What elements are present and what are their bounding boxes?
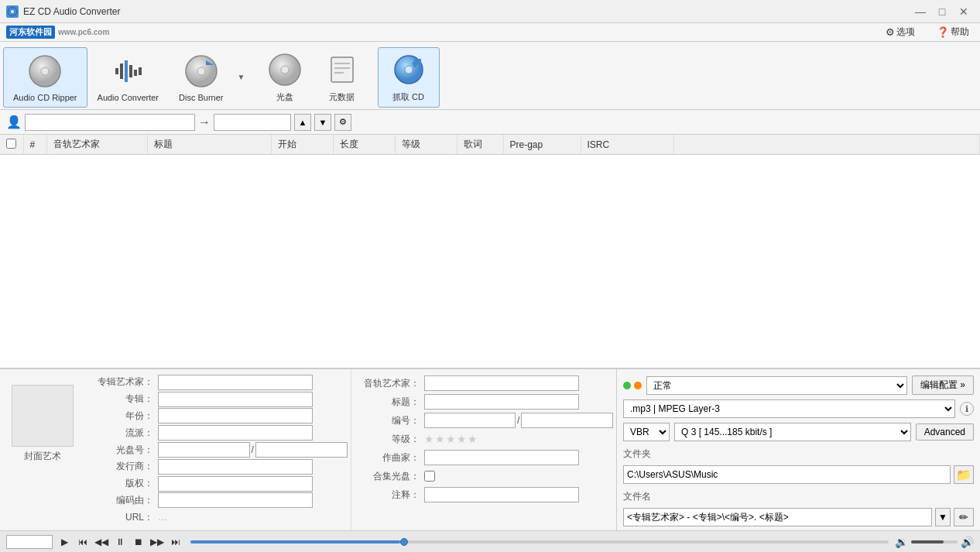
encode-top-row: 正常 编辑配置 » [623, 375, 974, 395]
play-controls: ▶ ⏮ ◀◀ ⏸ ⏹ ▶▶ ⏭ [56, 533, 184, 550]
toolbar-disc-btn[interactable]: 光盘 [256, 47, 314, 108]
pause-button[interactable]: ⏸ [111, 533, 128, 550]
col-num-header: # [23, 135, 46, 155]
disc-slash: / [250, 444, 255, 455]
toolbar-main-group: Audio CD Ripper Audio Conv [3, 45, 440, 109]
volume-track[interactable] [911, 540, 958, 543]
track-num-input[interactable] [424, 413, 516, 428]
bottom-panel: 封面艺术 专辑艺术家： 专辑： 年份： 流派： [0, 368, 980, 530]
encoder-label: 编码由： [88, 494, 158, 507]
composer-label: 作曲家： [355, 451, 424, 465]
disc-num-input[interactable] [158, 442, 250, 458]
rip-btn-label: 抓取 CD [392, 91, 424, 103]
filename-edit-button[interactable]: ✏ [954, 508, 974, 526]
year-row: 年份： [88, 408, 348, 425]
filename-input[interactable] [623, 508, 932, 526]
next-track-button[interactable]: ⏭ [167, 533, 184, 550]
playback-bar: ▶ ⏮ ◀◀ ⏸ ⏹ ▶▶ ⏭ 🔉 🔊 [0, 530, 980, 552]
year-label: 年份： [88, 410, 158, 423]
maximize-button[interactable]: □ [932, 4, 952, 19]
toolbar-audio-converter[interactable]: Audio Converter [87, 47, 170, 108]
album-input[interactable] [158, 392, 313, 407]
prev-button[interactable]: ◀◀ [93, 533, 110, 550]
track-time-input[interactable] [6, 535, 53, 549]
status-dot-orange [634, 382, 642, 389]
info-icon[interactable]: ℹ [960, 402, 974, 416]
genre-label: 流派： [88, 427, 158, 440]
play-button[interactable]: ▶ [56, 533, 73, 550]
track-num-label: 编号： [355, 414, 424, 427]
year-input[interactable] [158, 408, 313, 423]
menu-options[interactable]: ⚙ 选项 [881, 24, 920, 40]
encoder-input[interactable] [158, 492, 313, 508]
track-total-input[interactable] [521, 413, 613, 428]
select-all-checkbox[interactable] [6, 139, 16, 149]
svg-rect-8 [134, 70, 137, 76]
album-artist-row: 专辑艺术家： [88, 374, 348, 391]
logo-area: 河东软件园 www.pc6.com [6, 26, 109, 39]
composer-row: 作曲家： [355, 448, 614, 467]
genre-input[interactable] [158, 425, 313, 441]
grade-row: 等级： ★★★★★ [355, 430, 614, 448]
mode-select[interactable]: 正常 [646, 376, 907, 395]
dest-input[interactable] [214, 114, 291, 131]
progress-track[interactable] [190, 540, 889, 543]
composer-input[interactable] [424, 450, 579, 465]
disc-total-input[interactable] [255, 442, 348, 458]
bitrate-select[interactable]: Q 3 [ 145...185 kbit/s ] [674, 423, 911, 441]
stars-display[interactable]: ★★★★★ [424, 433, 478, 445]
track-artist-input[interactable] [424, 375, 579, 391]
disc-row: 光盘号： / [88, 441, 348, 458]
stop-button[interactable]: ⏹ [130, 533, 147, 550]
title-row: 标题： [355, 393, 614, 411]
filename-label: 文件名 [623, 491, 651, 502]
vbr-select[interactable]: VBR [623, 423, 670, 441]
cover-art-section: 封面艺术 [0, 369, 85, 530]
mode-status [623, 382, 642, 389]
vbr-row: VBR Q 3 [ 145...185 kbit/s ] Advanced [623, 423, 974, 441]
track-num-row: 编号： / [355, 411, 614, 430]
move-up-button[interactable]: ▲ [294, 114, 311, 131]
copyright-input[interactable] [158, 476, 313, 492]
comment-input[interactable] [424, 487, 579, 502]
copyright-label: 版权： [88, 477, 158, 490]
progress-area [187, 531, 892, 552]
source-input[interactable] [25, 114, 195, 131]
encode-panel: 正常 编辑配置 » .mp3 | MPEG Layer-3 ℹ VBR [616, 369, 980, 530]
toolbar-disc-burner[interactable]: Disc Burner [169, 47, 233, 108]
grade-label: 等级： [355, 433, 424, 446]
track-artist-label: 音轨艺术家： [355, 377, 424, 390]
prev-track-button[interactable]: ⏮ [74, 533, 91, 550]
folder-label: 文件夹 [623, 448, 651, 459]
format-select[interactable]: .mp3 | MPEG Layer-3 [623, 399, 955, 418]
settings-button[interactable]: ⚙ [334, 114, 351, 131]
toolbar-more-button[interactable]: ▼ [234, 47, 249, 108]
track-slash: / [516, 415, 521, 426]
album-artist-input[interactable] [158, 375, 313, 390]
meta-left-column: 专辑艺术家： 专辑： 年份： 流派： 光盘号： [85, 369, 351, 530]
col-title-header: 标题 [147, 135, 271, 155]
cd-ripper-label: Audio CD Ripper [13, 93, 77, 102]
compilation-row: 合集光盘： [355, 467, 614, 485]
menu-help[interactable]: ❓ 帮助 [932, 24, 974, 40]
folder-browse-button[interactable]: 📁 [954, 465, 974, 484]
advanced-button[interactable]: Advanced [916, 423, 974, 441]
help-label: 帮助 [951, 26, 969, 39]
title-input[interactable] [424, 394, 579, 410]
next-button[interactable]: ▶▶ [149, 533, 166, 550]
publisher-input[interactable] [158, 459, 313, 475]
toolbar-rip-btn[interactable]: 抓取 CD [378, 47, 440, 108]
filename-dropdown-button[interactable]: ▼ [935, 508, 951, 526]
folder-input[interactable] [623, 465, 951, 484]
toolbar-metadata-btn[interactable]: 元数据 [314, 47, 371, 108]
col-isrc-header: ISRC [581, 135, 673, 155]
compilation-checkbox[interactable] [424, 471, 435, 482]
track-artist-row: 音轨艺术家： [355, 374, 614, 393]
toolbar-cd-ripper[interactable]: Audio CD Ripper [3, 47, 87, 108]
svg-point-13 [281, 66, 289, 74]
minimize-button[interactable]: — [910, 4, 930, 19]
edit-config-button[interactable]: 编辑配置 » [912, 375, 974, 395]
menu-bar: 河东软件园 www.pc6.com ⚙ 选项 ❓ 帮助 [0, 23, 980, 42]
close-button[interactable]: ✕ [954, 4, 974, 19]
move-down-button[interactable]: ▼ [314, 114, 331, 131]
